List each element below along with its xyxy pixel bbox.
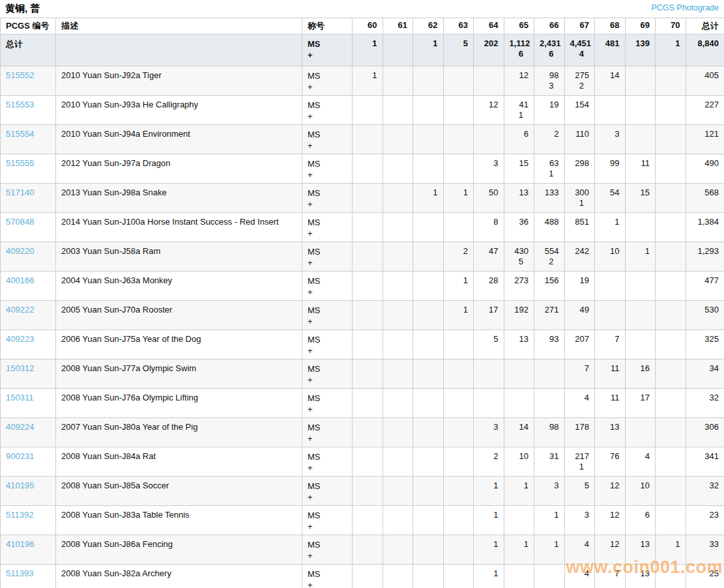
grade-cell-60 [353,418,383,447]
total-cell: 530 [686,301,724,330]
column-header-10: 67 [564,18,595,35]
grade-cell-69: 13 [625,565,656,588]
pcgs-number-link[interactable]: 410195 [6,481,34,490]
total-cell: 477 [686,272,724,301]
pcgs-number-link[interactable]: 400166 [6,275,34,285]
grade-cell-67: 298 [564,154,595,184]
pcgs-number-link[interactable]: 409224 [6,422,34,432]
grade-cell-68: 99 [595,154,626,184]
pcgs-number-cell: 515553 [1,96,56,125]
pcgs-number-link[interactable]: 409222 [6,305,34,315]
total-cell: 33 [686,535,724,565]
pcgs-number-cell: 410196 [1,535,56,565]
pcgs-number-link[interactable]: 570848 [6,217,34,227]
pcgs-number-cell: 517140 [1,184,56,213]
description-cell: 2003 Yuan Sun-J58a Ram [56,242,302,272]
grade-cell-69 [625,213,656,242]
grade-cell-65: 192 [504,301,534,330]
total-cell: 32 [686,389,724,418]
grade-cell-69 [625,272,656,301]
description-cell: 2007 Yuan Sun-J80a Year of the Pig [56,418,302,447]
grade-cell-61 [383,96,413,125]
table-row: 1503112008 Yuan Sun-J76a Olympic Lifting… [1,389,724,418]
grade-cell-70 [656,96,686,125]
pcgs-number-link[interactable]: 515555 [6,158,34,168]
designation-cell: MS+ [302,184,353,213]
grade-cell-63 [443,125,474,154]
pcgs-number-link[interactable]: 409220 [6,246,34,256]
pcgs-number-link[interactable]: 150312 [6,363,34,373]
grade-cell-60 [353,330,383,359]
grade-cell-66: 488 [534,213,565,242]
grade-cell-67: 242 [564,242,595,272]
grade-cell-70 [656,447,686,477]
grade-cell-68 [595,272,626,301]
designation-cell: MS+ [302,125,353,154]
grade-cell-66: 2,4316 [534,35,565,66]
totals-label: 总计 [1,35,56,66]
grade-cell-63 [443,565,474,588]
grade-cell-62 [413,359,444,389]
pcgs-number-link[interactable]: 511392 [6,510,33,520]
description-cell: 2010 Yuan Sun-J92a Tiger [56,66,302,96]
pcgs-number-link[interactable]: 410196 [6,539,34,549]
grade-cell-64: 5 [474,330,504,359]
photograde-link[interactable]: PCGS Photograde [651,3,719,12]
grade-cell-66: 98 [534,418,565,447]
grade-cell-68: 3 [595,125,626,154]
column-header-5: 62 [413,18,444,35]
grade-cell-65: 13 [504,184,534,213]
grade-cell-60: 1 [353,66,383,96]
table-row: 5113932008 Yuan Sun-J82a ArcheryMS+14713… [1,565,724,588]
pcgs-number-cell: 515552 [1,66,56,96]
table-row: 5155522010 Yuan Sun-J92a TigerMS+1129832… [1,66,724,96]
table-row: 4001662004 Yuan Sun-J63a MonkeyMS+128273… [1,272,724,301]
grade-cell-66: 631 [534,154,565,184]
grade-cell-61 [383,242,413,272]
description-cell: 2004 Yuan Sun-J63a Monkey [56,272,302,301]
table-row: 4092232006 Yuan Sun-J75a Year of the Dog… [1,330,724,359]
total-cell: 121 [686,125,724,154]
pcgs-number-cell: 150311 [1,389,56,418]
total-cell: 325 [686,330,724,359]
grade-cell-62: 1 [413,184,444,213]
designation-cell: MS+ [302,447,353,477]
grade-cell-61 [383,477,413,506]
pcgs-number-link[interactable]: 511393 [6,568,33,578]
grade-cell-68: 12 [595,506,626,535]
column-header-2: 称号 [302,18,353,35]
grade-cell-67: 4,4514 [564,35,595,66]
pcgs-number-link[interactable]: 409223 [6,334,34,344]
grade-cell-66: 156 [534,272,565,301]
pcgs-number-link[interactable]: 150311 [6,393,33,402]
pcgs-number-link[interactable]: 515554 [6,129,34,139]
grade-cell-60 [353,184,383,213]
grade-cell-60 [353,301,383,330]
grade-cell-66: 93 [534,330,565,359]
table-row: 5155542010 Yuan Sun-J94a EnvironmentMS+6… [1,125,724,154]
table-body: 总计MS+1152021,11262,43164,451448113918,84… [1,35,724,588]
grade-cell-69 [625,330,656,359]
grade-cell-68: 10 [595,242,626,272]
grade-cell-65: 14 [504,418,534,447]
grade-cell-65: 1 [504,477,534,506]
grade-cell-64: 2 [474,447,504,477]
grade-cell-60 [353,389,383,418]
grade-cell-68: 7 [595,565,626,588]
grade-cell-69: 15 [625,184,656,213]
total-cell: 34 [686,359,724,389]
grade-cell-65: 10 [504,447,534,477]
grade-cell-65: 411 [504,96,534,125]
pcgs-number-link[interactable]: 900231 [6,451,34,461]
table-row: 4092202003 Yuan Sun-J58a RamMS+247430555… [1,242,724,272]
grade-cell-63 [443,506,474,535]
pcgs-number-link[interactable]: 517140 [6,188,34,197]
grade-cell-64: 1 [474,535,504,565]
column-header-6: 63 [443,18,474,35]
designation-cell: MS+ [302,301,353,330]
grade-cell-66: 133 [534,184,565,213]
grade-cell-70 [656,565,686,588]
pcgs-number-link[interactable]: 515552 [6,70,34,80]
grade-cell-67: 4 [564,535,595,565]
pcgs-number-link[interactable]: 515553 [6,100,34,109]
